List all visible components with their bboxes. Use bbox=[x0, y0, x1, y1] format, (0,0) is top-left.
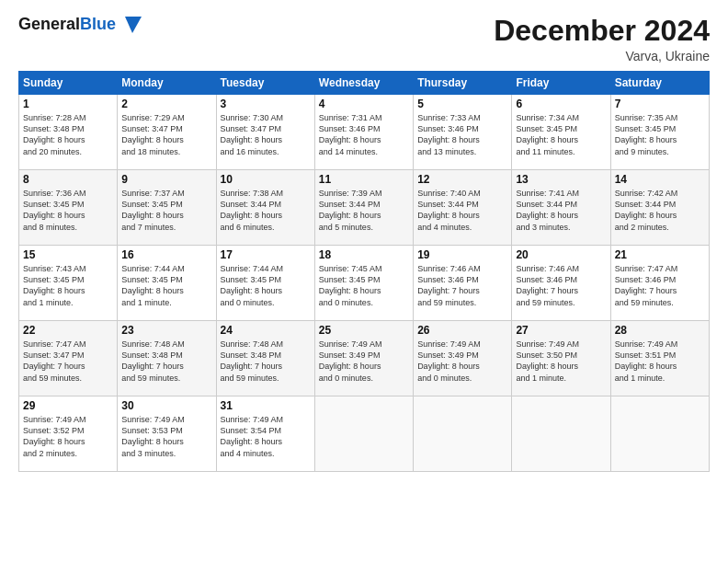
day-number: 27 bbox=[516, 324, 606, 337]
day-number: 25 bbox=[319, 324, 409, 337]
day-info: Sunrise: 7:44 AM Sunset: 3:45 PM Dayligh… bbox=[121, 263, 211, 308]
table-row: 25Sunrise: 7:49 AM Sunset: 3:49 PM Dayli… bbox=[314, 321, 413, 396]
day-number: 23 bbox=[121, 324, 211, 337]
day-number: 4 bbox=[319, 98, 409, 110]
day-info: Sunrise: 7:42 AM Sunset: 3:44 PM Dayligh… bbox=[615, 188, 705, 233]
table-row: 26Sunrise: 7:49 AM Sunset: 3:49 PM Dayli… bbox=[414, 321, 512, 396]
day-info: Sunrise: 7:38 AM Sunset: 3:44 PM Dayligh… bbox=[221, 188, 311, 233]
table-row: 23Sunrise: 7:48 AM Sunset: 3:48 PM Dayli… bbox=[118, 321, 216, 396]
day-info: Sunrise: 7:49 AM Sunset: 3:52 PM Dayligh… bbox=[23, 414, 113, 459]
table-row: 2Sunrise: 7:29 AM Sunset: 3:47 PM Daylig… bbox=[118, 95, 216, 170]
day-info: Sunrise: 7:49 AM Sunset: 3:50 PM Dayligh… bbox=[516, 339, 606, 384]
calendar: Sunday Monday Tuesday Wednesday Thursday… bbox=[18, 71, 710, 472]
day-number: 5 bbox=[417, 98, 507, 110]
day-number: 18 bbox=[319, 248, 409, 261]
table-row: 22Sunrise: 7:47 AM Sunset: 3:47 PM Dayli… bbox=[19, 321, 118, 396]
day-info: Sunrise: 7:49 AM Sunset: 3:49 PM Dayligh… bbox=[319, 339, 409, 384]
table-row: 7Sunrise: 7:35 AM Sunset: 3:45 PM Daylig… bbox=[610, 95, 709, 170]
logo-text: GeneralBlue bbox=[18, 16, 116, 34]
col-monday: Monday bbox=[118, 72, 216, 95]
day-info: Sunrise: 7:40 AM Sunset: 3:44 PM Dayligh… bbox=[417, 188, 507, 233]
table-row: 28Sunrise: 7:49 AM Sunset: 3:51 PM Dayli… bbox=[610, 321, 709, 396]
day-info: Sunrise: 7:49 AM Sunset: 3:49 PM Dayligh… bbox=[417, 339, 507, 384]
day-number: 9 bbox=[121, 173, 211, 186]
table-row bbox=[314, 396, 413, 472]
day-number: 30 bbox=[121, 399, 211, 412]
day-number: 28 bbox=[615, 324, 705, 337]
day-info: Sunrise: 7:48 AM Sunset: 3:48 PM Dayligh… bbox=[221, 339, 311, 384]
day-number: 1 bbox=[23, 98, 113, 110]
day-number: 7 bbox=[615, 98, 705, 110]
table-row: 14Sunrise: 7:42 AM Sunset: 3:44 PM Dayli… bbox=[610, 170, 709, 246]
table-row: 3Sunrise: 7:30 AM Sunset: 3:47 PM Daylig… bbox=[216, 95, 314, 170]
day-number: 12 bbox=[417, 173, 507, 186]
calendar-week-1: 1Sunrise: 7:28 AM Sunset: 3:48 PM Daylig… bbox=[19, 95, 710, 170]
table-row: 11Sunrise: 7:39 AM Sunset: 3:44 PM Dayli… bbox=[314, 170, 413, 246]
day-number: 14 bbox=[615, 173, 705, 186]
table-row: 9Sunrise: 7:37 AM Sunset: 3:45 PM Daylig… bbox=[118, 170, 216, 246]
day-info: Sunrise: 7:44 AM Sunset: 3:45 PM Dayligh… bbox=[221, 263, 311, 308]
table-row: 21Sunrise: 7:47 AM Sunset: 3:46 PM Dayli… bbox=[610, 246, 709, 321]
day-number: 2 bbox=[121, 98, 211, 110]
calendar-week-2: 8Sunrise: 7:36 AM Sunset: 3:45 PM Daylig… bbox=[19, 170, 710, 246]
col-saturday: Saturday bbox=[610, 72, 709, 95]
table-row: 30Sunrise: 7:49 AM Sunset: 3:53 PM Dayli… bbox=[118, 396, 216, 472]
col-thursday: Thursday bbox=[414, 72, 512, 95]
day-number: 17 bbox=[221, 248, 311, 261]
table-row: 6Sunrise: 7:34 AM Sunset: 3:45 PM Daylig… bbox=[512, 95, 610, 170]
day-number: 26 bbox=[417, 324, 507, 337]
table-row: 1Sunrise: 7:28 AM Sunset: 3:48 PM Daylig… bbox=[19, 95, 118, 170]
page: GeneralBlue December 2024 Varva, Ukraine… bbox=[0, 0, 728, 563]
day-info: Sunrise: 7:43 AM Sunset: 3:45 PM Dayligh… bbox=[23, 263, 113, 308]
day-info: Sunrise: 7:33 AM Sunset: 3:46 PM Dayligh… bbox=[417, 112, 507, 157]
day-info: Sunrise: 7:41 AM Sunset: 3:44 PM Dayligh… bbox=[516, 188, 606, 233]
day-info: Sunrise: 7:47 AM Sunset: 3:47 PM Dayligh… bbox=[23, 339, 113, 384]
calendar-week-3: 15Sunrise: 7:43 AM Sunset: 3:45 PM Dayli… bbox=[19, 246, 710, 321]
day-info: Sunrise: 7:39 AM Sunset: 3:44 PM Dayligh… bbox=[319, 188, 409, 233]
day-number: 20 bbox=[516, 248, 606, 261]
day-info: Sunrise: 7:37 AM Sunset: 3:45 PM Dayligh… bbox=[121, 188, 211, 233]
table-row: 17Sunrise: 7:44 AM Sunset: 3:45 PM Dayli… bbox=[216, 246, 314, 321]
day-info: Sunrise: 7:47 AM Sunset: 3:46 PM Dayligh… bbox=[615, 263, 705, 308]
col-tuesday: Tuesday bbox=[216, 72, 314, 95]
day-info: Sunrise: 7:36 AM Sunset: 3:45 PM Dayligh… bbox=[23, 188, 113, 233]
col-friday: Friday bbox=[512, 72, 610, 95]
day-info: Sunrise: 7:34 AM Sunset: 3:45 PM Dayligh… bbox=[516, 112, 606, 157]
table-row: 13Sunrise: 7:41 AM Sunset: 3:44 PM Dayli… bbox=[512, 170, 610, 246]
title-area: December 2024 Varva, Ukraine bbox=[494, 15, 710, 63]
table-row: 15Sunrise: 7:43 AM Sunset: 3:45 PM Dayli… bbox=[19, 246, 118, 321]
day-number: 11 bbox=[319, 173, 409, 186]
day-info: Sunrise: 7:46 AM Sunset: 3:46 PM Dayligh… bbox=[516, 263, 606, 308]
day-info: Sunrise: 7:49 AM Sunset: 3:51 PM Dayligh… bbox=[615, 339, 705, 384]
table-row: 16Sunrise: 7:44 AM Sunset: 3:45 PM Dayli… bbox=[118, 246, 216, 321]
svg-marker-0 bbox=[125, 17, 142, 33]
col-wednesday: Wednesday bbox=[314, 72, 413, 95]
table-row: 24Sunrise: 7:48 AM Sunset: 3:48 PM Dayli… bbox=[216, 321, 314, 396]
header: GeneralBlue December 2024 Varva, Ukraine bbox=[18, 15, 710, 63]
table-row: 27Sunrise: 7:49 AM Sunset: 3:50 PM Dayli… bbox=[512, 321, 610, 396]
table-row bbox=[512, 396, 610, 472]
day-info: Sunrise: 7:35 AM Sunset: 3:45 PM Dayligh… bbox=[615, 112, 705, 157]
day-number: 10 bbox=[221, 173, 311, 186]
day-number: 13 bbox=[516, 173, 606, 186]
location: Varva, Ukraine bbox=[494, 49, 710, 63]
table-row: 10Sunrise: 7:38 AM Sunset: 3:44 PM Dayli… bbox=[216, 170, 314, 246]
day-number: 19 bbox=[417, 248, 507, 261]
table-row: 4Sunrise: 7:31 AM Sunset: 3:46 PM Daylig… bbox=[314, 95, 413, 170]
day-number: 6 bbox=[516, 98, 606, 110]
table-row: 5Sunrise: 7:33 AM Sunset: 3:46 PM Daylig… bbox=[414, 95, 512, 170]
day-number: 29 bbox=[23, 399, 113, 412]
day-info: Sunrise: 7:45 AM Sunset: 3:45 PM Dayligh… bbox=[319, 263, 409, 308]
day-info: Sunrise: 7:49 AM Sunset: 3:53 PM Dayligh… bbox=[121, 414, 211, 459]
table-row: 8Sunrise: 7:36 AM Sunset: 3:45 PM Daylig… bbox=[19, 170, 118, 246]
day-number: 8 bbox=[23, 173, 113, 186]
day-number: 31 bbox=[221, 399, 311, 412]
day-number: 24 bbox=[221, 324, 311, 337]
day-number: 21 bbox=[615, 248, 705, 261]
day-number: 22 bbox=[23, 324, 113, 337]
day-info: Sunrise: 7:29 AM Sunset: 3:47 PM Dayligh… bbox=[121, 112, 211, 157]
day-number: 16 bbox=[121, 248, 211, 261]
calendar-week-5: 29Sunrise: 7:49 AM Sunset: 3:52 PM Dayli… bbox=[19, 396, 710, 472]
table-row: 20Sunrise: 7:46 AM Sunset: 3:46 PM Dayli… bbox=[512, 246, 610, 321]
day-info: Sunrise: 7:48 AM Sunset: 3:48 PM Dayligh… bbox=[121, 339, 211, 384]
